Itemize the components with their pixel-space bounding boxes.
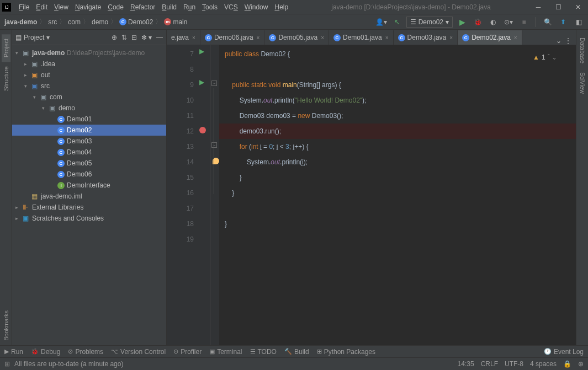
- tab-demo02[interactable]: CDemo02.java×: [458, 30, 522, 45]
- menu-file[interactable]: File: [15, 2, 33, 12]
- tw-eventlog[interactable]: 🕐 Event Log: [544, 348, 584, 356]
- close-button[interactable]: ✕: [570, 2, 586, 13]
- tw-python[interactable]: ⊞ Python Packages: [317, 348, 375, 356]
- run-button[interactable]: ▶: [456, 16, 468, 28]
- crumb-project[interactable]: java-demo: [3, 18, 38, 26]
- menu-run[interactable]: Run: [180, 2, 199, 12]
- status-encoding[interactable]: UTF-8: [505, 360, 523, 368]
- search-icon[interactable]: 🔍: [542, 16, 554, 28]
- fold-icon[interactable]: −: [211, 81, 217, 86]
- run-config-selector[interactable]: ☰ Demo02 ▾: [406, 17, 453, 28]
- expand-all-icon[interactable]: ⇅: [121, 34, 127, 41]
- tab-partial[interactable]: e.java×: [167, 30, 200, 45]
- tree-idea[interactable]: ▸▣.idea: [12, 58, 166, 69]
- close-icon[interactable]: ×: [385, 35, 389, 41]
- inspection-badge[interactable]: ▲1 ˆ ⌄: [531, 49, 559, 66]
- close-icon[interactable]: ×: [257, 35, 260, 41]
- sidebar-title[interactable]: ▤ Project ▾: [15, 34, 50, 41]
- menu-navigate[interactable]: Navigate: [72, 2, 104, 12]
- package-icon: ▣: [47, 104, 56, 112]
- breakpoint-icon[interactable]: [199, 127, 206, 133]
- status-toggle-icon[interactable]: ⊞: [4, 360, 10, 368]
- tree-scratches[interactable]: ▸▣Scratches and Consoles: [12, 213, 166, 224]
- close-icon[interactable]: ×: [449, 35, 453, 41]
- user-icon[interactable]: 👤▾: [375, 16, 388, 28]
- tree-demo06[interactable]: CDemo06: [12, 169, 166, 180]
- tw-problems[interactable]: ⊘ Problems: [68, 348, 103, 356]
- tree-demo[interactable]: ▾▣demo: [12, 103, 166, 114]
- tree-src[interactable]: ▾▣src: [12, 81, 166, 92]
- tree-ext-libs[interactable]: ▸⊪External Libraries: [12, 202, 166, 213]
- tree-out[interactable]: ▸▣out: [12, 69, 166, 81]
- close-icon[interactable]: ×: [514, 35, 517, 41]
- collapse-all-icon[interactable]: ⊟: [131, 34, 137, 41]
- tree-iface[interactable]: IDemoInterface: [12, 180, 166, 191]
- tab-bookmarks[interactable]: Bookmarks: [2, 306, 10, 345]
- tab-project[interactable]: Project: [2, 34, 10, 62]
- menu-vcs[interactable]: VCS: [221, 2, 241, 12]
- tree-demo01[interactable]: CDemo01: [12, 114, 166, 125]
- run-gutter-icon[interactable]: ▶: [199, 78, 204, 86]
- tree-demo03[interactable]: CDemo03: [12, 136, 166, 147]
- tab-demo03[interactable]: CDemo03.java×: [394, 30, 458, 45]
- hide-icon[interactable]: —: [156, 34, 163, 41]
- close-icon[interactable]: ×: [192, 35, 195, 41]
- tab-database[interactable]: Database: [578, 33, 587, 68]
- menu-edit[interactable]: Edit: [33, 2, 51, 12]
- tab-sciview[interactable]: SciView: [578, 68, 587, 98]
- tree-iml[interactable]: ▦java-demo.iml: [12, 191, 166, 202]
- tw-build[interactable]: 🔨 Build: [284, 348, 309, 356]
- code-editor[interactable]: ▲1 ˆ ⌄ public class Demo02 { public stat…: [219, 45, 576, 345]
- maximize-button[interactable]: ☐: [550, 2, 566, 13]
- file-icon: ▦: [30, 192, 39, 200]
- profiler-button[interactable]: ⊙▾: [502, 16, 515, 28]
- crumb-src[interactable]: src: [47, 18, 58, 26]
- coverage-button[interactable]: ◐: [487, 16, 499, 28]
- tw-profiler[interactable]: ⊙ Profiler: [173, 348, 202, 356]
- tw-debug[interactable]: 🐞 Debug: [31, 348, 60, 356]
- crumb-com[interactable]: com: [67, 18, 82, 26]
- status-ide-icon[interactable]: ⊕: [578, 360, 584, 368]
- run-gutter-icon[interactable]: ▶: [199, 47, 204, 55]
- menu-view[interactable]: View: [51, 2, 72, 12]
- tw-run[interactable]: ▶ Run: [4, 348, 23, 356]
- window-title: java-demo [D:\IdeaProjects\java-demo] - …: [292, 3, 531, 11]
- fold-icon[interactable]: −: [211, 142, 217, 148]
- back-icon[interactable]: ↖: [391, 16, 403, 28]
- tab-menu-icon[interactable]: ⋮: [565, 37, 571, 45]
- debug-button[interactable]: 🐞: [472, 16, 484, 28]
- menu-refactor[interactable]: Refactor: [127, 2, 158, 12]
- tab-dropdown-icon[interactable]: ⌄: [556, 37, 561, 45]
- select-opened-icon[interactable]: ⊕: [112, 34, 117, 41]
- tree-com[interactable]: ▾▣com: [12, 92, 166, 103]
- tree-demo05[interactable]: CDemo05: [12, 158, 166, 169]
- update-icon[interactable]: ⬆: [557, 16, 569, 28]
- menu-code[interactable]: Code: [104, 2, 127, 12]
- tw-todo[interactable]: ☰ TODO: [250, 348, 277, 356]
- crumb-class[interactable]: CDemo02: [118, 18, 154, 26]
- menu-help[interactable]: Help: [271, 2, 292, 12]
- tree-demo04[interactable]: CDemo04: [12, 147, 166, 158]
- menu-window[interactable]: Window: [241, 2, 272, 12]
- tree-root[interactable]: ▾▣java-demo D:\IdeaProjects\java-demo: [12, 47, 166, 58]
- tab-demo01[interactable]: CDemo01.java×: [329, 30, 394, 45]
- tree-demo02[interactable]: CDemo02: [12, 125, 166, 136]
- tab-demo05[interactable]: CDemo05.java×: [264, 30, 329, 45]
- stop-button[interactable]: ■: [518, 16, 530, 28]
- ide-icon[interactable]: ◧: [573, 16, 585, 28]
- menu-tools[interactable]: Tools: [199, 2, 221, 12]
- minimize-button[interactable]: ─: [531, 2, 546, 13]
- crumb-method[interactable]: mmain: [163, 18, 188, 26]
- status-indent[interactable]: 4 spaces: [530, 360, 557, 368]
- status-position[interactable]: 14:35: [458, 360, 474, 368]
- tab-structure[interactable]: Structure: [2, 62, 10, 95]
- settings-icon[interactable]: ✻ ▾: [141, 34, 152, 41]
- crumb-demo[interactable]: demo: [91, 18, 109, 26]
- tw-terminal[interactable]: ▣ Terminal: [209, 348, 242, 356]
- tw-vcs[interactable]: ⌥ Version Control: [111, 348, 166, 356]
- menu-build[interactable]: Build: [158, 2, 180, 12]
- status-line-ending[interactable]: CRLF: [481, 360, 498, 368]
- status-lock-icon[interactable]: 🔒: [563, 360, 571, 368]
- close-icon[interactable]: ×: [321, 35, 324, 41]
- tab-demo06[interactable]: CDemo06.java×: [200, 30, 265, 45]
